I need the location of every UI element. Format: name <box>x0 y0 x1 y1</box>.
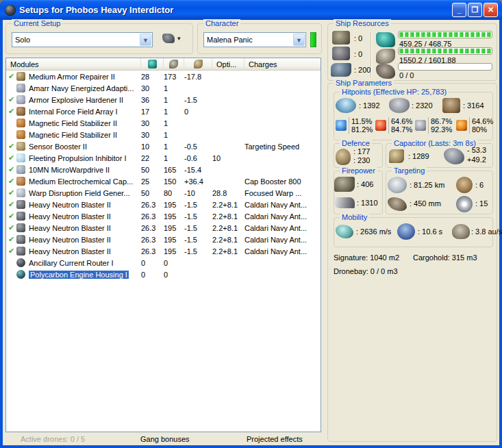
table-row[interactable]: Amarr Navy Energized Adapti... 30 1 <box>6 82 321 94</box>
module-powergrid: 195 <box>164 224 184 232</box>
modules-rows: ✔ Medium Armor Repairer II 28 173 -17.8 … <box>6 71 321 280</box>
targeting-label: Targeting <box>392 166 427 175</box>
table-row[interactable]: ✔ Heavy Neutron Blaster II 26.3 195 -1.5… <box>6 210 321 222</box>
table-row[interactable]: ✔ Fleeting Propulsion Inhibitor I 22 1 -… <box>6 152 321 164</box>
module-cpu: 22 <box>141 154 164 162</box>
table-row[interactable]: ✔ Medium Electrochemical Cap... 25 150 +… <box>6 175 321 187</box>
table-row[interactable]: ✔ Warp Disruption Field Gener... 50 80 -… <box>6 187 321 199</box>
maximize-button[interactable]: ❐ <box>468 3 482 17</box>
table-row[interactable]: Ancillary Current Router I 0 0 <box>6 257 321 269</box>
module-icon <box>16 200 25 209</box>
module-icon <box>16 84 25 92</box>
table-row[interactable]: ✔ Heavy Neutron Blaster II 26.3 195 -1.5… <box>6 199 321 210</box>
cargohold-value: Cargohold: 315 m3 <box>413 253 477 262</box>
module-charge: Cap Booster 800 <box>244 177 321 186</box>
max-velocity-value: : 2636 m/s <box>356 227 391 236</box>
sensor-strength-icon <box>456 196 473 212</box>
table-row[interactable]: ✔ Medium Armor Repairer II 28 173 -17.8 <box>6 71 321 82</box>
module-optimal: 10 <box>212 154 244 162</box>
kinetic-armor-resist: 92.3% <box>431 125 452 134</box>
module-charge: Caldari Navy Ant... <box>244 201 321 209</box>
projected-effects-label[interactable]: Projected effects <box>247 435 303 443</box>
turret-dps-value: : 406 <box>357 180 373 188</box>
align-time-value: : 10.6 s <box>418 227 442 236</box>
module-icon <box>16 153 25 162</box>
ship-menu-arrow-icon: ▾ <box>177 35 181 42</box>
module-name-cell: Medium Armor Repairer II <box>29 73 141 81</box>
defence-bottom-value: : 230 <box>353 156 370 164</box>
module-name-cell: Armor Explosive Hardener II <box>29 96 141 104</box>
current-setup-group: Current Setup Solo ▼ ▾ <box>5 23 193 54</box>
turret-hardpoints-value: : 0 <box>354 34 362 42</box>
minimize-button[interactable]: _ <box>452 3 466 17</box>
module-cpu: 0 <box>141 259 164 267</box>
table-row[interactable]: Polycarbon Engine Housing I 0 0 <box>6 269 321 280</box>
ship-menu-button[interactable]: ▾ <box>162 34 181 43</box>
module-icon-cell <box>16 142 29 151</box>
close-button[interactable]: ✕ <box>484 3 498 17</box>
module-icon-cell <box>16 95 29 104</box>
module-icon <box>16 165 25 174</box>
module-powergrid: 0 <box>164 259 184 267</box>
module-icon <box>16 247 25 256</box>
capacitor-column-icon <box>194 60 203 69</box>
hitpoints-label: Hitpoints (Effective HP: 25,783) <box>340 88 449 96</box>
module-icon <box>16 212 25 221</box>
targeting-range-icon <box>388 177 407 193</box>
module-cap-use: -0.5 <box>184 142 212 151</box>
module-icon-cell <box>16 177 29 186</box>
column-modules[interactable]: Modules <box>6 58 141 71</box>
table-row[interactable]: ✔ 10MN MicroWarpdrive II 50 165 -15.4 <box>6 164 321 175</box>
modules-list-header[interactable]: Modules Opti... Charges <box>6 58 321 71</box>
drone-bandwidth-bar <box>398 63 492 71</box>
capacitor-group: Capacitor (Lasts: 3m 8s) : 1289 - 53.3 +… <box>386 143 493 168</box>
column-charges[interactable]: Charges <box>244 58 321 71</box>
titlebar[interactable]: Setups for Phobos Heavy Interdictor _ ❐ … <box>0 0 502 20</box>
module-icon <box>16 270 25 279</box>
module-cpu: 50 <box>141 166 164 174</box>
character-select[interactable]: Malena Panic ▼ <box>203 32 306 47</box>
module-active-check-icon: ✔ <box>6 223 16 232</box>
chevron-down-icon[interactable]: ▼ <box>140 34 151 46</box>
volley-value: : 1310 <box>357 199 378 207</box>
window-title: Setups for Phobos Heavy Interdictor <box>19 5 452 15</box>
resources-divider <box>371 32 371 77</box>
table-row[interactable]: ✔ Heavy Neutron Blaster II 26.3 195 -1.5… <box>6 234 321 245</box>
module-icon-cell <box>16 153 29 162</box>
column-optimal[interactable]: Opti... <box>212 58 244 71</box>
defence-icon <box>336 149 351 165</box>
setup-select[interactable]: Solo ▼ <box>12 32 153 47</box>
column-capacitor[interactable] <box>184 58 212 71</box>
module-name-cell: 10MN MicroWarpdrive II <box>29 166 141 174</box>
module-name-cell: Warp Disruption Field Gener... <box>29 189 141 197</box>
capacitor-icon <box>389 149 404 163</box>
gang-bonuses-label[interactable]: Gang bonuses <box>140 435 190 443</box>
eft-setups-window: Setups for Phobos Heavy Interdictor _ ❐ … <box>0 0 502 448</box>
table-row[interactable]: ✔ Heavy Neutron Blaster II 26.3 195 -1.5… <box>6 222 321 234</box>
module-active-check-icon: ✔ <box>6 142 16 151</box>
thermal-armor-resist: 80% <box>472 125 487 134</box>
module-name: Warp Disruption Field Gener... <box>29 189 130 197</box>
client-area: Current Setup Solo ▼ ▾ Character Malena … <box>3 20 499 445</box>
module-name: Heavy Neutron Blaster II <box>29 212 111 221</box>
cpu-bar <box>398 31 492 38</box>
table-row[interactable]: ✔ Internal Force Field Array I 17 1 0 <box>6 105 321 117</box>
module-icon <box>16 258 25 267</box>
defence-label: Defence <box>340 139 372 147</box>
character-group: Character Malena Panic ▼ <box>197 23 322 54</box>
module-name-cell: Heavy Neutron Blaster II <box>29 201 141 209</box>
module-name: Ancillary Current Router I <box>29 259 114 267</box>
table-row[interactable]: Magnetic Field Stabilizer II 30 1 <box>6 117 321 129</box>
chevron-down-icon[interactable]: ▼ <box>293 34 305 46</box>
scan-resolution-value: : 450 mm <box>410 199 441 208</box>
table-row[interactable]: Magnetic Field Stabilizer II 30 1 <box>6 129 321 140</box>
column-cpu[interactable] <box>141 58 164 71</box>
table-row[interactable]: ✔ Sensor Booster II 10 1 -0.5 Targeting … <box>6 140 321 152</box>
structure-hp-value: : 3164 <box>463 101 484 110</box>
table-row[interactable]: ✔ Heavy Neutron Blaster II 26.3 195 -1.5… <box>6 245 321 257</box>
table-row[interactable]: ✔ Armor Explosive Hardener II 36 1 -1.5 <box>6 94 321 105</box>
column-powergrid[interactable] <box>164 58 184 71</box>
module-name-cell: Fleeting Propulsion Inhibitor I <box>29 154 141 162</box>
modules-list[interactable]: Modules Opti... Charges ✔ Medium Armor R… <box>5 58 321 432</box>
module-name-cell: Sensor Booster II <box>29 142 141 151</box>
